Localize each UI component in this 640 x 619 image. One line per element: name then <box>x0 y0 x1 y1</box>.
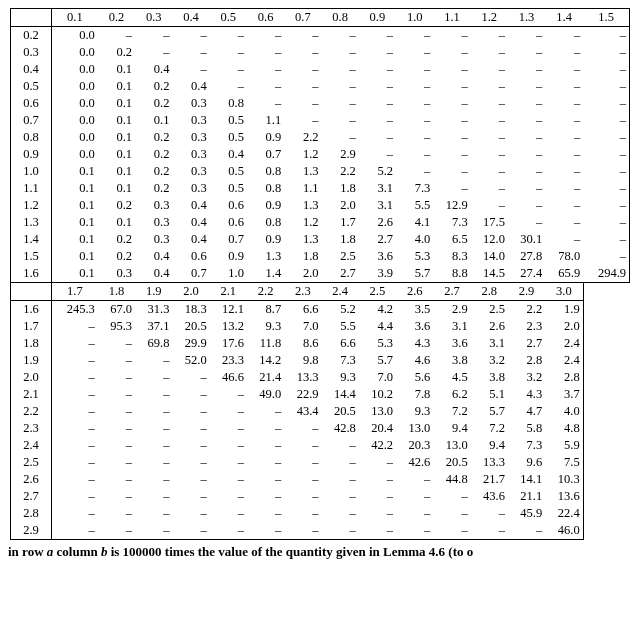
table-cell: – <box>52 369 98 386</box>
table-cell: – <box>98 505 135 522</box>
table-cell: – <box>52 386 98 403</box>
table-cell: 245.3 <box>52 301 98 319</box>
table-cell: – <box>135 454 172 471</box>
table-cell: 44.8 <box>433 471 470 488</box>
data-table: 0.10.20.30.40.50.60.70.80.91.01.11.21.31… <box>10 8 630 540</box>
table-cell: – <box>98 27 135 45</box>
row-header: 2.3 <box>11 420 52 437</box>
table-cell: 4.0 <box>396 231 433 248</box>
table-cell: 1.8 <box>322 180 359 197</box>
table-cell: 0.1 <box>52 248 98 265</box>
table-cell: 5.6 <box>396 369 433 386</box>
table-cell: – <box>98 471 135 488</box>
column-header: 2.0 <box>172 283 209 301</box>
table-cell: – <box>471 197 508 214</box>
column-header: 1.2 <box>471 9 508 27</box>
table-cell: – <box>396 471 433 488</box>
table-cell: 0.9 <box>247 129 284 146</box>
table-cell: 5.3 <box>396 248 433 265</box>
table-cell: 0.9 <box>210 248 247 265</box>
column-header: 1.9 <box>135 283 172 301</box>
table-cell: – <box>247 522 284 540</box>
table-cell: – <box>247 78 284 95</box>
table-row: 1.6245.367.031.318.312.18.76.65.24.23.52… <box>11 301 630 319</box>
table-row: 0.40.00.10.4–––––––––––– <box>11 61 630 78</box>
table-cell: 0.6 <box>210 214 247 231</box>
table-cell: 1.2 <box>284 214 321 231</box>
table-cell: 14.0 <box>471 248 508 265</box>
table-cell: – <box>583 231 629 248</box>
table-cell: 0.0 <box>52 146 98 163</box>
table-cell: 7.3 <box>396 180 433 197</box>
table-cell: 0.4 <box>135 248 172 265</box>
table-cell: – <box>359 61 396 78</box>
table-cell: 294.9 <box>583 265 629 283</box>
table-cell: 7.2 <box>471 420 508 437</box>
table-cell: – <box>172 522 209 540</box>
row-header: 1.2 <box>11 197 52 214</box>
column-header: 0.5 <box>210 9 247 27</box>
table-cell: – <box>322 129 359 146</box>
row-header: 1.1 <box>11 180 52 197</box>
table-cell: 2.7 <box>508 335 545 352</box>
row-header: 0.3 <box>11 44 52 61</box>
table-cell: 5.9 <box>545 437 583 454</box>
caption: in row a column b is 100000 times the va… <box>8 544 632 560</box>
table-cell: 14.1 <box>508 471 545 488</box>
table-cell: 5.5 <box>322 318 359 335</box>
table-cell: 1.8 <box>322 231 359 248</box>
table-cell: 0.9 <box>247 197 284 214</box>
table-cell: – <box>508 197 545 214</box>
table-cell: 0.1 <box>52 214 98 231</box>
table-cell: 0.2 <box>98 44 135 61</box>
table-cell: – <box>135 488 172 505</box>
table-cell: 3.8 <box>471 369 508 386</box>
table-cell: – <box>210 505 247 522</box>
table-cell: 7.2 <box>433 403 470 420</box>
table-cell: – <box>52 352 98 369</box>
caption-text-2: column <box>53 544 101 559</box>
table-cell: 0.2 <box>98 248 135 265</box>
table-cell: 0.3 <box>172 129 209 146</box>
column-header: 0.3 <box>135 9 172 27</box>
table-cell: – <box>172 471 209 488</box>
table-cell: 1.9 <box>545 301 583 319</box>
table-cell: – <box>172 386 209 403</box>
table-cell: 2.2 <box>508 301 545 319</box>
row-header: 2.8 <box>11 505 52 522</box>
row-header: 0.6 <box>11 95 52 112</box>
column-header: 2.7 <box>433 283 470 301</box>
table-cell: – <box>396 146 433 163</box>
column-header: 2.1 <box>210 283 247 301</box>
column-header: 0.1 <box>52 9 98 27</box>
table-cell: – <box>471 180 508 197</box>
table-cell: 0.1 <box>52 180 98 197</box>
table-cell: – <box>471 44 508 61</box>
table-cell: 21.4 <box>247 369 284 386</box>
table-cell: – <box>135 437 172 454</box>
table-cell: – <box>471 146 508 163</box>
table-cell: 1.4 <box>247 265 284 283</box>
table-cell: 1.7 <box>322 214 359 231</box>
table-cell: 0.0 <box>52 44 98 61</box>
table-cell: – <box>433 505 470 522</box>
table-cell: – <box>210 522 247 540</box>
table-cell: 1.3 <box>284 231 321 248</box>
table-cell: – <box>545 112 583 129</box>
table-cell: 0.8 <box>247 214 284 231</box>
table-cell: 4.0 <box>545 403 583 420</box>
table-cell: 3.9 <box>359 265 396 283</box>
table-cell: 4.4 <box>359 318 396 335</box>
column-header: 3.0 <box>545 283 583 301</box>
table-cell: 14.5 <box>471 265 508 283</box>
table-row: 2.8––––––––––––45.922.4 <box>11 505 630 522</box>
table-cell: – <box>433 61 470 78</box>
table-cell: 6.2 <box>433 386 470 403</box>
column-header: 1.7 <box>52 283 98 301</box>
table-cell: – <box>98 488 135 505</box>
table-cell: – <box>583 197 629 214</box>
table-cell: – <box>359 471 396 488</box>
column-header: 0.8 <box>322 9 359 27</box>
table-cell: – <box>247 454 284 471</box>
table-cell: – <box>359 454 396 471</box>
